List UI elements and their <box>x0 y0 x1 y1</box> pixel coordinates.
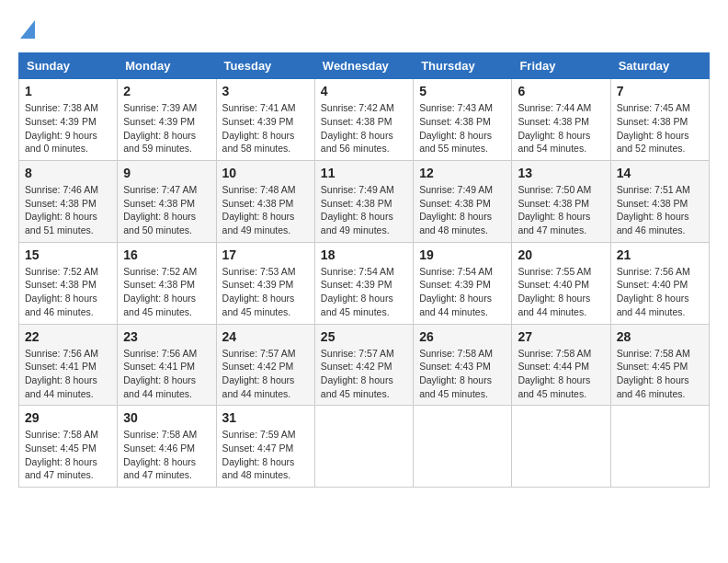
calendar-cell: 23Sunrise: 7:56 AM Sunset: 4:41 PM Dayli… <box>118 324 216 406</box>
day-info: Sunrise: 7:58 AM Sunset: 4:43 PM Dayligh… <box>419 347 506 401</box>
day-info: Sunrise: 7:51 AM Sunset: 4:38 PM Dayligh… <box>617 183 703 237</box>
day-number: 29 <box>25 410 111 425</box>
calendar-cell <box>414 406 512 488</box>
calendar-cell: 17Sunrise: 7:53 AM Sunset: 4:39 PM Dayli… <box>216 242 314 324</box>
calendar-cell: 29Sunrise: 7:58 AM Sunset: 4:45 PM Dayli… <box>19 406 118 488</box>
calendar-cell: 12Sunrise: 7:49 AM Sunset: 4:38 PM Dayli… <box>414 161 512 243</box>
calendar-cell: 13Sunrise: 7:50 AM Sunset: 4:38 PM Dayli… <box>512 161 610 243</box>
day-info: Sunrise: 7:56 AM Sunset: 4:40 PM Dayligh… <box>617 265 703 319</box>
day-info: Sunrise: 7:59 AM Sunset: 4:47 PM Dayligh… <box>222 428 309 482</box>
day-number: 6 <box>518 84 604 98</box>
day-info: Sunrise: 7:52 AM Sunset: 4:38 PM Dayligh… <box>25 265 111 319</box>
day-number: 4 <box>321 84 407 98</box>
calendar-week-row: 1Sunrise: 7:38 AM Sunset: 4:39 PM Daylig… <box>19 79 710 161</box>
day-info: Sunrise: 7:42 AM Sunset: 4:38 PM Dayligh… <box>321 101 407 155</box>
calendar-body: 1Sunrise: 7:38 AM Sunset: 4:39 PM Daylig… <box>19 79 710 488</box>
logo-triangle-icon <box>18 18 35 39</box>
day-number: 27 <box>518 329 604 344</box>
calendar-cell: 9Sunrise: 7:47 AM Sunset: 4:38 PM Daylig… <box>118 161 216 243</box>
calendar-week-row: 29Sunrise: 7:58 AM Sunset: 4:45 PM Dayli… <box>19 406 710 488</box>
page-header <box>18 18 710 39</box>
calendar-cell: 18Sunrise: 7:54 AM Sunset: 4:39 PM Dayli… <box>314 242 413 324</box>
day-info: Sunrise: 7:52 AM Sunset: 4:38 PM Dayligh… <box>123 265 210 319</box>
svg-marker-0 <box>20 20 35 39</box>
calendar-cell: 26Sunrise: 7:58 AM Sunset: 4:43 PM Dayli… <box>414 324 512 406</box>
day-info: Sunrise: 7:57 AM Sunset: 4:42 PM Dayligh… <box>321 347 407 401</box>
day-number: 2 <box>123 84 210 98</box>
calendar-cell: 2Sunrise: 7:39 AM Sunset: 4:39 PM Daylig… <box>118 79 216 161</box>
calendar-cell: 5Sunrise: 7:43 AM Sunset: 4:38 PM Daylig… <box>414 79 512 161</box>
day-number: 12 <box>419 166 506 180</box>
day-info: Sunrise: 7:39 AM Sunset: 4:39 PM Dayligh… <box>123 101 210 155</box>
calendar-day-header: Tuesday <box>216 53 314 79</box>
day-number: 18 <box>321 247 407 262</box>
calendar-header-row: SundayMondayTuesdayWednesdayThursdayFrid… <box>19 53 710 79</box>
day-info: Sunrise: 7:46 AM Sunset: 4:38 PM Dayligh… <box>25 183 111 237</box>
day-number: 23 <box>123 329 210 344</box>
calendar-week-row: 22Sunrise: 7:56 AM Sunset: 4:41 PM Dayli… <box>19 324 710 406</box>
day-info: Sunrise: 7:47 AM Sunset: 4:38 PM Dayligh… <box>123 183 210 237</box>
calendar-day-header: Friday <box>512 53 610 79</box>
day-number: 1 <box>25 84 111 98</box>
day-info: Sunrise: 7:55 AM Sunset: 4:40 PM Dayligh… <box>518 265 604 319</box>
day-info: Sunrise: 7:58 AM Sunset: 4:45 PM Dayligh… <box>25 428 111 482</box>
day-number: 24 <box>222 329 309 344</box>
calendar-cell: 24Sunrise: 7:57 AM Sunset: 4:42 PM Dayli… <box>216 324 314 406</box>
day-number: 30 <box>123 410 210 425</box>
calendar-cell: 10Sunrise: 7:48 AM Sunset: 4:38 PM Dayli… <box>216 161 314 243</box>
day-number: 26 <box>419 329 506 344</box>
day-info: Sunrise: 7:43 AM Sunset: 4:38 PM Dayligh… <box>419 101 506 155</box>
calendar-cell: 20Sunrise: 7:55 AM Sunset: 4:40 PM Dayli… <box>512 242 610 324</box>
day-number: 9 <box>123 166 210 180</box>
day-info: Sunrise: 7:49 AM Sunset: 4:38 PM Dayligh… <box>419 183 506 237</box>
day-info: Sunrise: 7:57 AM Sunset: 4:42 PM Dayligh… <box>222 347 309 401</box>
calendar-cell: 15Sunrise: 7:52 AM Sunset: 4:38 PM Dayli… <box>19 242 118 324</box>
calendar-day-header: Monday <box>118 53 216 79</box>
calendar-cell: 25Sunrise: 7:57 AM Sunset: 4:42 PM Dayli… <box>314 324 413 406</box>
day-info: Sunrise: 7:49 AM Sunset: 4:38 PM Dayligh… <box>321 183 407 237</box>
calendar-cell: 1Sunrise: 7:38 AM Sunset: 4:39 PM Daylig… <box>19 79 118 161</box>
day-number: 14 <box>617 166 703 180</box>
calendar-week-row: 8Sunrise: 7:46 AM Sunset: 4:38 PM Daylig… <box>19 161 710 243</box>
day-info: Sunrise: 7:58 AM Sunset: 4:46 PM Dayligh… <box>123 428 210 482</box>
day-number: 3 <box>222 84 309 98</box>
calendar-cell: 28Sunrise: 7:58 AM Sunset: 4:45 PM Dayli… <box>610 324 709 406</box>
day-number: 10 <box>222 166 309 180</box>
calendar-day-header: Thursday <box>414 53 512 79</box>
calendar-cell: 7Sunrise: 7:45 AM Sunset: 4:38 PM Daylig… <box>610 79 709 161</box>
calendar-week-row: 15Sunrise: 7:52 AM Sunset: 4:38 PM Dayli… <box>19 242 710 324</box>
day-number: 16 <box>123 247 210 262</box>
day-number: 25 <box>321 329 407 344</box>
day-number: 8 <box>25 166 111 180</box>
day-info: Sunrise: 7:50 AM Sunset: 4:38 PM Dayligh… <box>518 183 604 237</box>
day-info: Sunrise: 7:48 AM Sunset: 4:38 PM Dayligh… <box>222 183 309 237</box>
calendar-cell: 22Sunrise: 7:56 AM Sunset: 4:41 PM Dayli… <box>19 324 118 406</box>
calendar-cell: 3Sunrise: 7:41 AM Sunset: 4:39 PM Daylig… <box>216 79 314 161</box>
calendar-cell: 8Sunrise: 7:46 AM Sunset: 4:38 PM Daylig… <box>19 161 118 243</box>
calendar-cell: 11Sunrise: 7:49 AM Sunset: 4:38 PM Dayli… <box>314 161 413 243</box>
day-number: 15 <box>25 247 111 262</box>
calendar-cell: 16Sunrise: 7:52 AM Sunset: 4:38 PM Dayli… <box>118 242 216 324</box>
day-number: 7 <box>617 84 703 98</box>
day-info: Sunrise: 7:58 AM Sunset: 4:45 PM Dayligh… <box>617 347 703 401</box>
calendar-cell <box>610 406 709 488</box>
calendar-cell <box>314 406 413 488</box>
day-number: 5 <box>419 84 506 98</box>
day-number: 19 <box>419 247 506 262</box>
day-number: 17 <box>222 247 309 262</box>
day-number: 21 <box>617 247 703 262</box>
day-info: Sunrise: 7:56 AM Sunset: 4:41 PM Dayligh… <box>25 347 111 401</box>
day-info: Sunrise: 7:58 AM Sunset: 4:44 PM Dayligh… <box>518 347 604 401</box>
logo <box>18 18 35 39</box>
day-number: 22 <box>25 329 111 344</box>
day-info: Sunrise: 7:54 AM Sunset: 4:39 PM Dayligh… <box>321 265 407 319</box>
calendar-cell: 31Sunrise: 7:59 AM Sunset: 4:47 PM Dayli… <box>216 406 314 488</box>
day-info: Sunrise: 7:44 AM Sunset: 4:38 PM Dayligh… <box>518 101 604 155</box>
calendar-cell: 6Sunrise: 7:44 AM Sunset: 4:38 PM Daylig… <box>512 79 610 161</box>
day-info: Sunrise: 7:41 AM Sunset: 4:39 PM Dayligh… <box>222 101 309 155</box>
day-info: Sunrise: 7:38 AM Sunset: 4:39 PM Dayligh… <box>25 101 111 155</box>
calendar-day-header: Wednesday <box>314 53 413 79</box>
day-number: 31 <box>222 410 309 425</box>
day-info: Sunrise: 7:45 AM Sunset: 4:38 PM Dayligh… <box>617 101 703 155</box>
day-number: 20 <box>518 247 604 262</box>
